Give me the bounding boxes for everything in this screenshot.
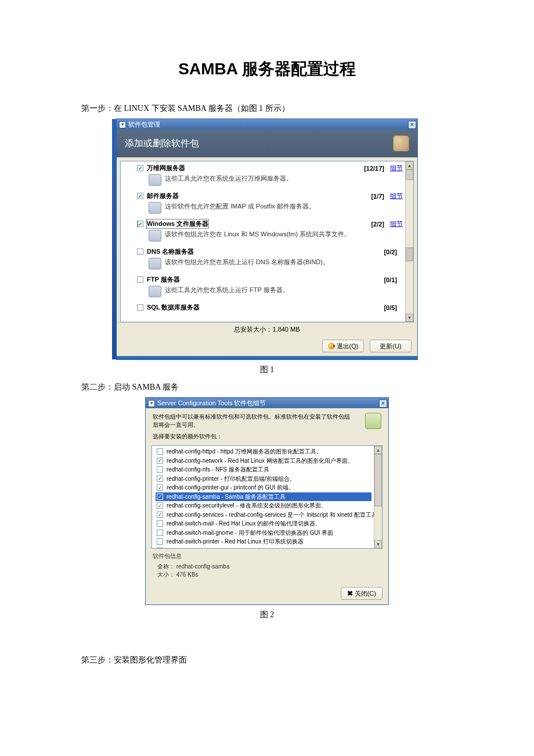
package-group-header[interactable]: FTP 服务器[0/1] bbox=[137, 275, 403, 284]
checkbox[interactable]: ✓ bbox=[157, 476, 163, 482]
extra-package-row[interactable]: redhat-switch-mail-gnome - 用于邮件传输代理切换器的 … bbox=[156, 528, 371, 538]
package-group-item[interactable]: SQL 数据库服务器[0/5] bbox=[137, 303, 403, 312]
extra-package-row[interactable]: ✓redhat-config-printer - 打印机配置后端/前端组合。 bbox=[156, 474, 371, 484]
package-group-icon bbox=[149, 174, 161, 186]
scroll-grip-icon[interactable] bbox=[406, 247, 413, 261]
package-group-description: 这些工具允许您在系统生运行万维网服务器。 bbox=[137, 174, 403, 186]
package-group-item[interactable]: ✓邮件服务器[1/7]细节这些软件包允许您配置 IMAP 或 Postfix 邮… bbox=[137, 192, 403, 214]
close-button[interactable]: ✖ 关闭(C) bbox=[341, 587, 383, 600]
checkbox[interactable]: ✓ bbox=[157, 458, 163, 464]
package-group-item[interactable]: ✓Windows 文件服务器[2/2]细节该软件包组允许您在 Linux 和 M… bbox=[137, 219, 403, 242]
checkbox[interactable] bbox=[137, 304, 143, 311]
extra-package-row[interactable]: redhat-config-nfs - NFS 服务器配置工具 bbox=[156, 465, 371, 474]
scroll-down-icon[interactable]: ▼ bbox=[374, 540, 382, 548]
checkbox[interactable]: ✓ bbox=[137, 165, 143, 171]
extra-package-row[interactable]: ✓redhat-config-services - redhat-config-… bbox=[156, 510, 371, 520]
package-group-desc-text: 该软件包组允许您在 Linux 和 MS Windows(tm) 系统间共享文件… bbox=[165, 230, 351, 239]
checkbox[interactable]: ✓ bbox=[137, 221, 143, 227]
checkbox[interactable] bbox=[137, 249, 143, 255]
package-group-description: 这些软件包允许您配置 IMAP 或 Postfix 邮件服务器。 bbox=[137, 202, 403, 214]
checkbox[interactable]: ✓ bbox=[157, 512, 163, 518]
scroll-track[interactable] bbox=[406, 170, 413, 314]
checkbox[interactable]: ✓ bbox=[157, 502, 163, 509]
extra-package-label: redhat-config-samba - Samba 服务器配置工具 bbox=[167, 493, 286, 501]
update-button-label: 更新(U) bbox=[380, 342, 401, 351]
package-group-list[interactable]: ✓万维网服务器[12/17]细节这些工具允许您在系统生运行万维网服务器。✓邮件服… bbox=[120, 161, 414, 322]
scroll-thumb[interactable] bbox=[406, 170, 413, 180]
scrollbar-vertical[interactable]: ▲ ▼ bbox=[405, 161, 413, 322]
package-count: [0/2] bbox=[384, 249, 397, 255]
package-group-desc-text: 这些工具允许您在系统生运行万维网服务器。 bbox=[165, 174, 293, 183]
checkbox[interactable] bbox=[157, 548, 163, 549]
window-menu-icon[interactable]: ▾ bbox=[119, 121, 126, 128]
desc-line-1: 软件包组中可以兼有标准软件包和可选软件包。标准软件包在安装了软件包组后将会一直可… bbox=[153, 413, 353, 429]
checkbox[interactable] bbox=[157, 520, 163, 527]
extra-package-list[interactable]: redhat-config-httpd - httpd 万维网服务器的图形化配置… bbox=[151, 445, 383, 549]
desc-line-2: 选择要安装的额外软件包： bbox=[153, 433, 353, 441]
checkbox[interactable]: ✓ bbox=[157, 484, 163, 491]
package-group-item[interactable]: DNS 名称服务器[0/2]该软件包组允许您在系统上运行 DNS 名称服务器(B… bbox=[137, 247, 403, 269]
package-group-item[interactable]: ✓万维网服务器[12/17]细节这些工具允许您在系统生运行万维网服务器。 bbox=[137, 164, 403, 186]
package-group-name: Windows 文件服务器 bbox=[147, 219, 208, 228]
scroll-down-icon[interactable]: ▼ bbox=[406, 314, 413, 322]
package-group-description: 该软件包组允许您在系统上运行 DNS 名称服务器(BIND)。 bbox=[137, 258, 403, 269]
package-info-section: 软件包信息 全称： redhat-config-samba 大小： 476 KB… bbox=[146, 549, 388, 586]
quit-button[interactable]: 退出(Q) bbox=[322, 340, 364, 352]
scroll-track[interactable] bbox=[374, 454, 382, 540]
checkbox[interactable] bbox=[137, 276, 143, 283]
extra-package-label: redhat-config-services - redhat-config-s… bbox=[167, 511, 383, 519]
info-name-value: redhat-config-samba bbox=[176, 563, 230, 570]
package-group-header[interactable]: SQL 数据库服务器[0/5] bbox=[137, 303, 403, 312]
package-group-header[interactable]: ✓邮件服务器[1/7]细节 bbox=[137, 192, 403, 200]
package-info-heading: 软件包信息 bbox=[153, 552, 381, 560]
package-group-description: 该软件包组允许您在 Linux 和 MS Windows(tm) 系统间共享文件… bbox=[137, 230, 403, 242]
detail-link[interactable]: 细节 bbox=[390, 192, 403, 200]
extra-package-row[interactable]: redhat-config-httpd - httpd 万维网服务器的图形化配置… bbox=[156, 447, 371, 456]
quit-button-label: 退出(Q) bbox=[337, 342, 359, 351]
package-group-header[interactable]: ✓万维网服务器[12/17]细节 bbox=[137, 164, 403, 172]
scrollbar-vertical[interactable]: ▲ ▼ bbox=[374, 446, 382, 548]
extra-package-row[interactable]: ✓redhat-config-samba - Samba 服务器配置工具 bbox=[156, 492, 371, 502]
checkbox[interactable] bbox=[157, 466, 163, 473]
update-button[interactable]: 更新(U) bbox=[370, 340, 412, 352]
window1-banner: 添加或删除软件包 bbox=[117, 129, 417, 157]
scroll-up-icon[interactable]: ▲ bbox=[406, 161, 413, 170]
checkbox[interactable] bbox=[157, 538, 163, 545]
extra-package-label: redhat-switch-printer - Red Hat Linux 打印… bbox=[167, 538, 304, 546]
scroll-thumb[interactable] bbox=[374, 454, 382, 506]
package-count: [12/17] bbox=[364, 165, 384, 172]
window1-footer: 退出(Q) 更新(U) bbox=[117, 336, 417, 356]
extra-package-label: redhat-config-httpd - httpd 万维网服务器的图形化配置… bbox=[167, 448, 322, 456]
window-menu-icon[interactable]: ▾ bbox=[148, 400, 155, 407]
window2-description: 软件包组中可以兼有标准软件包和可选软件包。标准软件包在安装了软件包组后将会一直可… bbox=[146, 408, 388, 445]
window2-titlebar[interactable]: ▾ Server Configuration Tools 软件包细节 × bbox=[146, 398, 388, 408]
window1-titlebar[interactable]: ▾ 软件包管理 × bbox=[117, 119, 417, 129]
step-3-text: 第三步：安装图形化管理界面 bbox=[81, 655, 453, 665]
checkbox[interactable]: ✓ bbox=[157, 494, 163, 500]
info-name-label: 全称： bbox=[157, 563, 175, 570]
extra-package-row[interactable]: redhat-switch-mail - Red Hat Linux 的邮件传输… bbox=[156, 519, 371, 528]
package-group-icon bbox=[149, 258, 161, 269]
extra-package-row[interactable]: ✓redhat-config-printer-gui - printconf 的… bbox=[156, 483, 371, 492]
checkbox[interactable] bbox=[157, 448, 163, 455]
extra-package-row[interactable]: redhat-switch-printer - Red Hat Linux 打印… bbox=[156, 537, 371, 546]
close-icon[interactable]: × bbox=[379, 399, 387, 408]
detail-link[interactable]: 细节 bbox=[390, 164, 403, 172]
package-group-icon bbox=[149, 230, 161, 242]
checkbox[interactable]: ✓ bbox=[137, 193, 143, 199]
extra-package-row[interactable]: ✓redhat-config-network - Red Hat Linux 网… bbox=[156, 456, 371, 466]
extra-package-label: redhat-config-network - Red Hat Linux 网络… bbox=[167, 457, 353, 465]
checkbox[interactable] bbox=[157, 530, 163, 536]
package-group-header[interactable]: DNS 名称服务器[0/2] bbox=[137, 247, 403, 256]
extra-package-row[interactable]: redhat-switch-printer-gnome - 打印系统切换器的 G… bbox=[156, 546, 371, 549]
detail-link[interactable]: 细节 bbox=[390, 219, 403, 228]
window2-footer: ✖ 关闭(C) bbox=[146, 586, 388, 604]
close-icon[interactable]: × bbox=[408, 121, 416, 129]
extra-package-label: redhat-config-printer-gui - printconf 的 … bbox=[167, 484, 294, 492]
taskbar-fragment bbox=[117, 356, 417, 359]
exit-icon bbox=[328, 343, 335, 350]
package-group-header[interactable]: ✓Windows 文件服务器[2/2]细节 bbox=[137, 219, 403, 228]
scroll-up-icon[interactable]: ▲ bbox=[374, 446, 382, 454]
package-group-item[interactable]: FTP 服务器[0/1]这些工具允许您在系统上运行 FTP 服务器。 bbox=[137, 275, 403, 297]
extra-package-row[interactable]: ✓redhat-config-securitylevel - 修改系统安全级别的… bbox=[156, 501, 371, 510]
